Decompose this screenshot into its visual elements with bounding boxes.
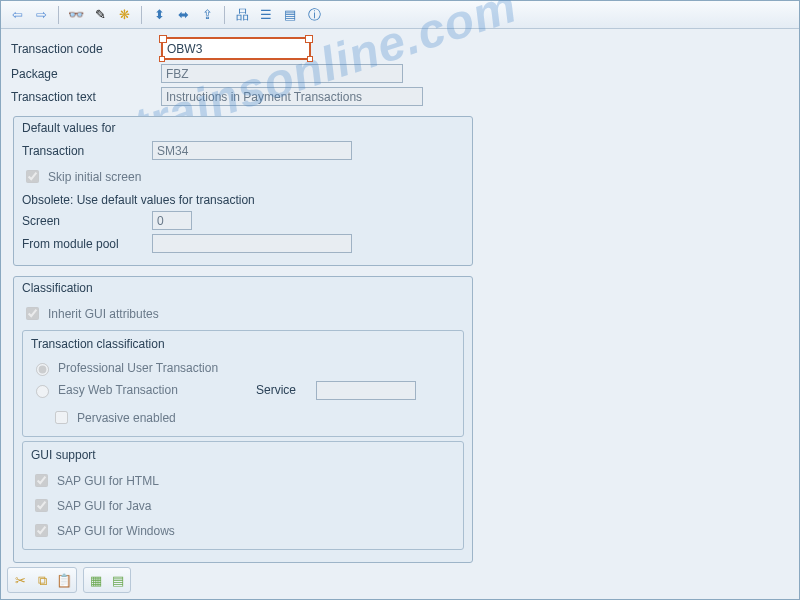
info-button[interactable]: ⓘ [304, 5, 324, 25]
clipboard-group: ✂ ⧉ 📋 [7, 567, 77, 593]
service-input [316, 381, 416, 400]
transaction-code-input[interactable] [163, 39, 309, 58]
pervasive-checkbox[interactable]: Pervasive enabled [51, 408, 176, 427]
window: ⇦ ⇨ 👓 ✎ ❋ ⬍ ⬌ ⇪ 品 ☰ ▤ ⓘ saptrainsonline.… [0, 0, 800, 600]
easy-web-label: Easy Web Transaction [58, 383, 178, 397]
pervasive-check-input [55, 411, 68, 424]
bottom-toolbar: ✂ ⧉ 📋 ▦ ▤ [7, 567, 131, 593]
separator [141, 6, 142, 24]
skip-initial-checkbox[interactable]: Skip initial screen [22, 167, 141, 186]
paste-icon: 📋 [56, 574, 72, 587]
gui-html-checkbox[interactable]: SAP GUI for HTML [31, 471, 159, 490]
easy-web-radio[interactable]: Easy Web Transaction [31, 382, 256, 398]
cut-button[interactable]: ✂ [10, 570, 30, 590]
back-button[interactable]: ⇦ [7, 5, 27, 25]
trans-class-title: Transaction classification [31, 337, 455, 351]
export-icon: ⇪ [202, 8, 213, 21]
list-button[interactable]: ☰ [256, 5, 276, 25]
professional-label: Professional User Transaction [58, 361, 218, 375]
paste-button[interactable]: 📋 [54, 570, 74, 590]
insert-row-icon: ▦ [90, 574, 102, 587]
gui-win-label: SAP GUI for Windows [57, 524, 175, 538]
glasses-icon: 👓 [68, 8, 84, 21]
tree-icon: ⬌ [178, 8, 189, 21]
structure-icon: 品 [236, 8, 249, 21]
match-icon: ❋ [119, 8, 130, 21]
insert-button[interactable]: ▦ [86, 570, 106, 590]
screen-input [152, 211, 192, 230]
module-pool-label: From module pool [22, 237, 152, 251]
default-values-group: Default values for Transaction Skip init… [13, 116, 473, 266]
copy-icon: ⧉ [38, 574, 47, 587]
default-values-title: Default values for [22, 121, 464, 135]
classification-title: Classification [22, 281, 464, 295]
arrow-left-icon: ⇦ [12, 8, 23, 21]
doc-button[interactable]: ▤ [280, 5, 300, 25]
transaction-code-label: Transaction code [11, 42, 161, 56]
pencil-icon: ✎ [95, 8, 106, 21]
toolbar: ⇦ ⇨ 👓 ✎ ❋ ⬍ ⬌ ⇪ 品 ☰ ▤ ⓘ [1, 1, 799, 29]
inherit-label: Inherit GUI attributes [48, 307, 159, 321]
tree-icon: ⬍ [154, 8, 165, 21]
gui-java-label: SAP GUI for Java [57, 499, 151, 513]
professional-radio-input [36, 363, 49, 376]
separator [58, 6, 59, 24]
service-label: Service [256, 383, 316, 397]
obsolete-text: Obsolete: Use default values for transac… [22, 193, 255, 207]
gui-support-title: GUI support [31, 448, 455, 462]
scissors-icon: ✂ [15, 574, 26, 587]
transaction-text-label: Transaction text [11, 90, 161, 104]
inherit-check-input [26, 307, 39, 320]
copy-button[interactable]: ⧉ [32, 570, 52, 590]
inherit-checkbox[interactable]: Inherit GUI attributes [22, 304, 159, 323]
doc-icon: ▤ [284, 8, 296, 21]
gui-html-check-input [35, 474, 48, 487]
delete-button[interactable]: ▤ [108, 570, 128, 590]
gui-html-label: SAP GUI for HTML [57, 474, 159, 488]
hierarchy-button-1[interactable]: ⬍ [149, 5, 169, 25]
delete-row-icon: ▤ [112, 574, 124, 587]
export-button[interactable]: ⇪ [197, 5, 217, 25]
package-label: Package [11, 67, 161, 81]
activate-button[interactable]: ❋ [114, 5, 134, 25]
gui-windows-checkbox[interactable]: SAP GUI for Windows [31, 521, 175, 540]
transaction-input [152, 141, 352, 160]
forward-button[interactable]: ⇨ [31, 5, 51, 25]
pervasive-label: Pervasive enabled [77, 411, 176, 425]
glasses-button[interactable]: 👓 [66, 5, 86, 25]
skip-initial-label: Skip initial screen [48, 170, 141, 184]
arrow-right-icon: ⇨ [36, 8, 47, 21]
list-icon: ☰ [260, 8, 272, 21]
transaction-text-input [161, 87, 423, 106]
hierarchy-button-2[interactable]: ⬌ [173, 5, 193, 25]
professional-radio[interactable]: Professional User Transaction [31, 360, 218, 376]
edit-button[interactable]: ✎ [90, 5, 110, 25]
classification-group: Classification Inherit GUI attributes Tr… [13, 276, 473, 563]
easy-web-radio-input [36, 385, 49, 398]
transaction-classification-group: Transaction classification Professional … [22, 330, 464, 437]
info-icon: ⓘ [308, 8, 321, 21]
transaction-code-field-wrapper [161, 37, 311, 60]
module-pool-input [152, 234, 352, 253]
content-area: Transaction code Package Transaction tex… [1, 29, 799, 563]
separator [224, 6, 225, 24]
insert-group: ▦ ▤ [83, 567, 131, 593]
screen-label: Screen [22, 214, 152, 228]
gui-java-checkbox[interactable]: SAP GUI for Java [31, 496, 151, 515]
structure-button[interactable]: 品 [232, 5, 252, 25]
package-input [161, 64, 403, 83]
gui-support-group: GUI support SAP GUI for HTML SAP GUI for… [22, 441, 464, 550]
skip-initial-check-input [26, 170, 39, 183]
transaction-label: Transaction [22, 144, 152, 158]
gui-win-check-input [35, 524, 48, 537]
gui-java-check-input [35, 499, 48, 512]
